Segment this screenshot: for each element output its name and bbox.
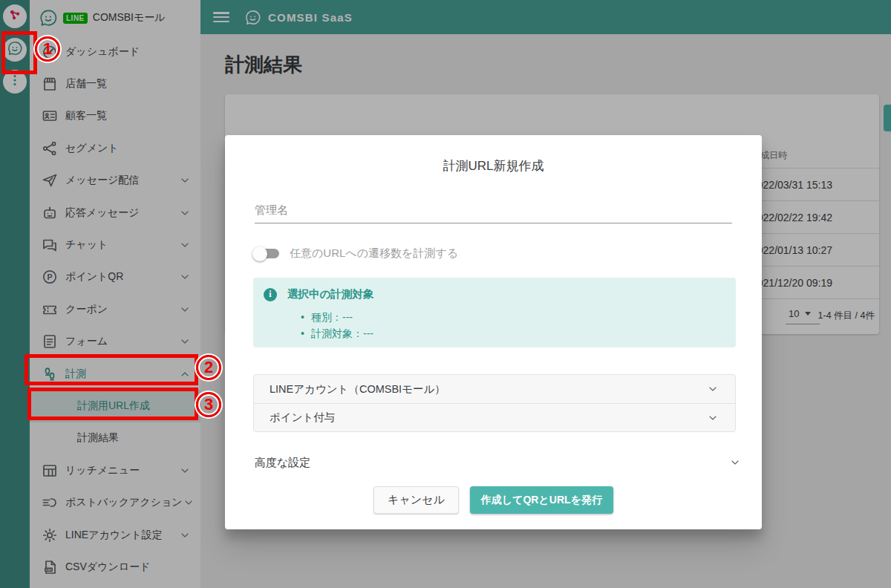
accordion-group: LINEアカウント（COMSBIモール）ポイント付与 — [253, 374, 736, 432]
annotation-step-3: 3 — [196, 392, 221, 417]
annotation-step-2: 2 — [196, 355, 221, 380]
annotation-step-1: 1 — [35, 36, 60, 62]
info-bullet-0: 種別：--- — [301, 309, 725, 325]
dialog-title: 計測URL新規作成 — [225, 157, 762, 174]
name-field-wrap — [255, 200, 732, 223]
accordion-label: LINEアカウント（COMSBIモール） — [270, 382, 446, 396]
create-url-dialog: 計測URL新規作成 任意のURLへの遷移数を計測する i 選択中の計測対象 種別… — [225, 135, 762, 529]
accordion-label: ポイント付与 — [270, 411, 335, 425]
toggle-knob — [252, 246, 267, 261]
chevron-down-icon — [729, 457, 741, 468]
info-title: 選択中の計測対象 — [287, 287, 373, 301]
chevron-down-icon — [707, 412, 719, 424]
submit-button[interactable]: 作成してQRとURLを発行 — [470, 486, 613, 514]
info-bullet-list: 種別：---計測対象：--- — [301, 309, 725, 342]
name-input[interactable] — [255, 200, 732, 223]
chevron-down-icon — [707, 383, 719, 395]
advanced-settings-row[interactable]: 高度な設定 — [255, 453, 741, 472]
dialog-actions: キャンセル 作成してQRとURLを発行 — [225, 486, 762, 514]
annotation-box-1 — [1, 31, 37, 74]
info-icon: i — [264, 288, 277, 301]
info-bullet-1: 計測対象：--- — [301, 325, 725, 342]
advanced-settings-label: 高度な設定 — [255, 456, 310, 470]
selected-target-info-box: i 選択中の計測対象 種別：---計測対象：--- — [253, 278, 736, 347]
toggle-switch[interactable] — [255, 249, 279, 258]
accordion-row-0[interactable]: LINEアカウント（COMSBIモール） — [254, 375, 735, 403]
annotation-box-3 — [27, 388, 198, 420]
app-window: LINE COMSBIモール ダッシュボード店舗一覧顧客一覧セグメントメッセージ… — [0, 0, 891, 588]
accordion-row-1[interactable]: ポイント付与 — [254, 403, 735, 431]
toggle-label: 任意のURLへの遷移数を計測する — [290, 246, 458, 261]
cancel-button[interactable]: キャンセル — [373, 486, 459, 514]
measure-url-toggle-row: 任意のURLへの遷移数を計測する — [255, 246, 458, 261]
annotation-box-2 — [25, 354, 198, 385]
